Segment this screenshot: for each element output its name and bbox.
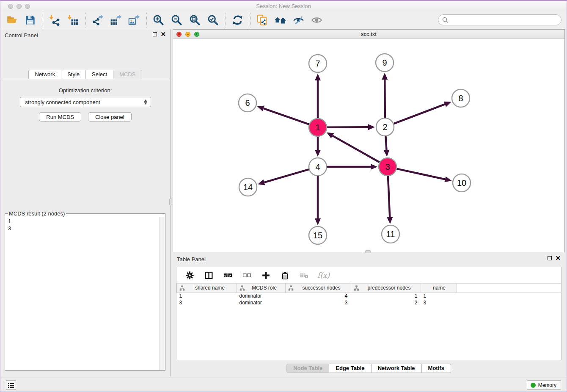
- table-row[interactable]: 1 dominator 4 1 1: [177, 293, 561, 299]
- cell-shared-name[interactable]: 3: [177, 299, 237, 306]
- create-column-button[interactable]: [260, 270, 271, 281]
- column-header-successor-nodes[interactable]: successor nodes: [286, 284, 351, 293]
- table-panel-close-button[interactable]: ✕: [555, 256, 561, 260]
- split-panel-icon: [204, 271, 213, 280]
- run-mcds-button[interactable]: Run MCDS: [39, 112, 81, 121]
- cell-name[interactable]: 1: [421, 293, 457, 299]
- zoom-in-button[interactable]: [151, 13, 165, 28]
- graph-node-1[interactable]: 1: [309, 119, 327, 136]
- unchecked-boxes-icon: [242, 271, 251, 280]
- tab-select[interactable]: Select: [86, 70, 113, 79]
- tab-style[interactable]: Style: [61, 70, 86, 79]
- graph-node-6[interactable]: 6: [239, 94, 256, 112]
- table-row[interactable]: 3 dominator 3 2 3: [177, 299, 561, 306]
- graph-node-7[interactable]: 7: [309, 55, 327, 72]
- search-box[interactable]: [438, 14, 561, 25]
- zoom-fit-button[interactable]: [187, 13, 202, 28]
- optimization-criterion-select[interactable]: strongly connected component: [20, 97, 151, 107]
- open-session-button[interactable]: [5, 13, 19, 28]
- column-header-name[interactable]: name: [421, 284, 457, 293]
- table-settings-button[interactable]: [184, 270, 195, 281]
- zoom-out-button[interactable]: [169, 13, 184, 28]
- first-neighbors-button[interactable]: [273, 13, 287, 28]
- graph-node-8[interactable]: 8: [452, 89, 470, 107]
- delete-columns-button[interactable]: [279, 270, 290, 281]
- tab-node-table[interactable]: Node Table: [286, 364, 329, 373]
- cell-successor-nodes[interactable]: 3: [286, 299, 351, 306]
- horizontal-splitter-handle[interactable]: [365, 250, 371, 253]
- export-image-button[interactable]: [127, 13, 141, 28]
- gear-icon: [185, 271, 194, 280]
- graph-edge-1-6[interactable]: [264, 108, 309, 124]
- search-input[interactable]: [449, 17, 561, 23]
- show-details-button[interactable]: [309, 13, 324, 28]
- graph-edge-2-3[interactable]: [385, 136, 386, 150]
- function-builder-button[interactable]: f(x): [317, 271, 330, 279]
- control-panel-title: Control Panel: [5, 32, 38, 39]
- graph-edge-3-11[interactable]: [388, 176, 390, 217]
- graph-node-9[interactable]: 9: [376, 54, 394, 72]
- graph-node-15[interactable]: 15: [309, 226, 327, 244]
- cell-shared-name[interactable]: 1: [177, 293, 237, 299]
- tab-network-table[interactable]: Network Table: [372, 364, 422, 373]
- control-panel-close-button[interactable]: ✕: [160, 32, 166, 36]
- column-header-shared-name[interactable]: shared name: [177, 284, 237, 293]
- graph-edge-3-1[interactable]: [333, 136, 380, 163]
- tab-network[interactable]: Network: [28, 70, 61, 79]
- graph-node-2[interactable]: 2: [376, 118, 394, 136]
- task-history-button[interactable]: [6, 380, 16, 390]
- graph-node-11[interactable]: 11: [382, 225, 399, 243]
- save-session-button[interactable]: [23, 13, 37, 28]
- window-titlebar: Session: New Session: [0, 1, 567, 11]
- zoom-selected-button[interactable]: [206, 13, 220, 28]
- mcds-result-item[interactable]: 3: [8, 225, 159, 232]
- column-header-predecessor-nodes[interactable]: predecessor nodes: [351, 284, 421, 293]
- cell-successor-nodes[interactable]: 4: [286, 293, 351, 299]
- graph-edge-3-10[interactable]: [396, 169, 445, 179]
- tab-edge-table[interactable]: Edge Table: [329, 364, 371, 373]
- cell-predecessor-nodes[interactable]: 2: [351, 299, 421, 306]
- control-panel-float-button[interactable]: [153, 32, 157, 36]
- graph-node-4[interactable]: 4: [309, 158, 327, 176]
- table-panel-float-button[interactable]: [548, 256, 552, 260]
- tab-motifs[interactable]: Motifs: [422, 364, 451, 373]
- delete-table-button[interactable]: [298, 270, 309, 281]
- export-table-button[interactable]: [108, 13, 123, 28]
- graph-node-14[interactable]: 14: [239, 178, 257, 196]
- hierarchy-icon: [179, 285, 185, 291]
- graph-edge-4-14[interactable]: [264, 169, 308, 182]
- import-network-button[interactable]: [47, 13, 62, 28]
- close-panel-button[interactable]: Close panel: [88, 112, 132, 121]
- create-network-from-file-button[interactable]: [255, 13, 269, 28]
- control-panel-tabs: Network Style Select MCDS: [0, 70, 170, 79]
- cell-predecessor-nodes[interactable]: 1: [351, 293, 421, 299]
- graph-edge-1-2[interactable]: [327, 127, 368, 127]
- column-header-filler: [457, 284, 561, 293]
- import-table-button[interactable]: [66, 13, 80, 28]
- deselect-all-columns-button[interactable]: [241, 270, 252, 281]
- network-canvas[interactable]: 7968124314101511: [173, 39, 564, 252]
- column-header-mcds-role[interactable]: MCDS role: [237, 284, 286, 293]
- cell-name[interactable]: 3: [421, 299, 457, 306]
- panel-splitter-handle[interactable]: [169, 199, 172, 205]
- cell-mcds-role[interactable]: dominator: [237, 299, 286, 306]
- svg-text:15: 15: [313, 231, 322, 240]
- mcds-result-scrollbar[interactable]: [159, 217, 165, 370]
- graph-edge-2-8[interactable]: [394, 104, 445, 124]
- zoom-out-icon: [171, 14, 182, 26]
- show-column-panel-button[interactable]: [203, 270, 214, 281]
- zoom-in-icon: [153, 14, 164, 26]
- graph-node-3[interactable]: 3: [379, 158, 396, 176]
- export-network-button[interactable]: [90, 13, 105, 28]
- graph-node-10[interactable]: 10: [453, 174, 471, 192]
- graph-edge-2-9[interactable]: [385, 80, 385, 118]
- network-graph[interactable]: 7968124314101511: [173, 39, 564, 252]
- refresh-view-button[interactable]: [230, 13, 245, 28]
- mcds-result-list[interactable]: 1 3: [6, 217, 159, 370]
- select-all-columns-button[interactable]: [222, 270, 233, 281]
- memory-button[interactable]: Memory: [527, 380, 561, 390]
- hide-details-button[interactable]: [291, 13, 306, 28]
- cell-mcds-role[interactable]: dominator: [237, 293, 286, 299]
- tab-mcds[interactable]: MCDS: [113, 70, 142, 79]
- mcds-result-item[interactable]: 1: [8, 218, 159, 225]
